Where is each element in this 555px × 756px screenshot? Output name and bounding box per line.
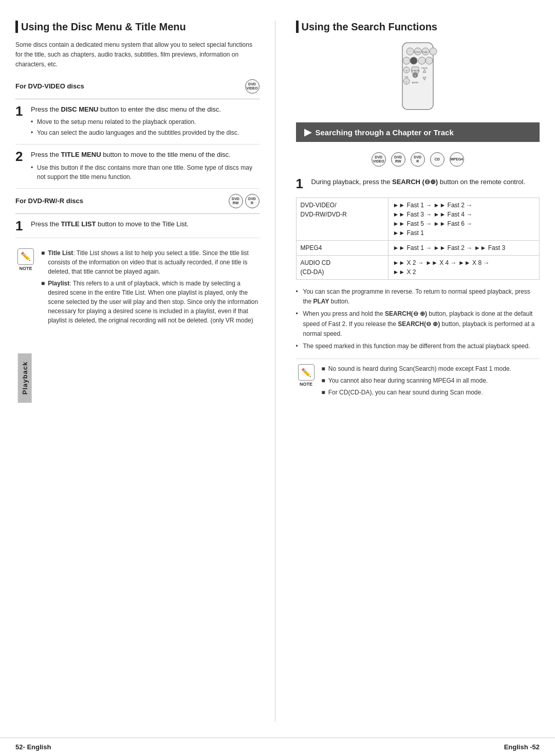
highlight-banner: ▶ Searching through a Chapter or Track (296, 122, 540, 142)
dvdrw-disc-icons: DVDRW DVDR (229, 194, 260, 208)
step3-text: Press the TITLE LIST button to move to t… (31, 219, 260, 229)
right-note-bullet2: ■ You cannot also hear during scanning M… (322, 376, 540, 385)
compat-dvd-video: DVDVIDEO (372, 152, 386, 167)
step1-bullet2: You can select the audio languages and t… (31, 128, 260, 137)
dvd-rw-icon: DVDRW (229, 194, 243, 208)
step3-block: 1 Press the TITLE LIST button to move to… (15, 219, 260, 238)
step1-content: Press the DISC MENU button to enter the … (31, 104, 260, 139)
dvd-video-icon: DVDVIDEO (245, 79, 260, 94)
svg-text:PLAY: PLAY (422, 51, 428, 53)
footer: 52- English English -52 (0, 737, 555, 756)
table-label-cd: AUDIO CD(CD-DA) (296, 256, 388, 280)
search-step1-number: 1 (296, 177, 306, 190)
step2-text: Press the TITLE MENU button to move to t… (31, 150, 260, 160)
search-step1-content: During playback, press the SEARCH (⊖⊕) b… (311, 177, 540, 190)
note-content-left: ■ Title List: Title List shows a list to… (41, 248, 260, 328)
step1-number: 1 (15, 104, 26, 139)
svg-point-10 (425, 57, 433, 64)
right-note-pencil-icon: ✏️ (298, 364, 314, 381)
svg-text:TV MUTE: TV MUTE (411, 69, 420, 72)
step1-bullets: Move to the setup menu related to the pl… (31, 117, 260, 137)
right-bullet1: You can scan the programme in reverse. T… (296, 287, 540, 307)
svg-text:AUDIO: AUDIO (412, 81, 418, 84)
step2-number: 2 (15, 150, 26, 183)
step2-bullets: Use this button if the disc contains mor… (31, 163, 260, 182)
note-block-left: ✏️ NOTE ■ Title List: Title List shows a… (15, 243, 260, 333)
compat-dvd-r: DVDR (411, 152, 425, 167)
svg-point-4 (430, 48, 437, 55)
dvd-video-disc-icons: DVDVIDEO (245, 79, 260, 94)
search-step1-text: During playback, press the SEARCH (⊖⊕) b… (311, 177, 540, 187)
svg-text:−: − (405, 80, 408, 83)
svg-text:×: × (414, 74, 416, 77)
table-row-cd: AUDIO CD(CD-DA) ►► X 2 → ►► X 4 → ►► X 8… (296, 256, 540, 280)
footer-left: 52- English (15, 743, 51, 751)
table-row-mpeg4: MPEG4 ►► Fast 1 → ►► Fast 2 → ►► Fast 3 (296, 241, 540, 256)
step2-bullet1: Use this button if the disc contains mor… (31, 163, 260, 182)
compatible-discs: DVDVIDEO DVDRW DVDR CD MPEG4 (296, 152, 540, 167)
right-column: Using the Search Functions STOP PLAY (291, 21, 540, 722)
note-playlist-bullet: ■ Playlist: This refers to a unit of pla… (41, 279, 260, 325)
table-values-cd: ►► X 2 → ►► X 4 → ►► X 8 → ►► X 2 (388, 256, 540, 280)
search-table: DVD-VIDEO/DVD-RW/DVD-R ►► Fast 1 → ►► Fa… (296, 197, 540, 280)
step1-text: Press the DISC MENU button to enter the … (31, 104, 260, 115)
svg-point-7 (403, 57, 410, 64)
search-step1-block: 1 During playback, press the SEARCH (⊖⊕)… (296, 177, 540, 190)
svg-point-8 (410, 57, 417, 64)
svg-point-1 (406, 48, 414, 55)
right-section-title: Using the Search Functions (296, 21, 540, 33)
divider1 (15, 99, 260, 99)
remote-control-svg: STOP PLAY + TV MUTE VOL (387, 40, 449, 112)
remote-image-area: STOP PLAY + TV MUTE VOL (296, 40, 540, 112)
title-bar-left (15, 21, 18, 33)
right-note-icon-wrap: ✏️ NOTE (296, 364, 317, 400)
compat-dvd-rw: DVDRW (391, 152, 405, 167)
divider2 (15, 213, 260, 214)
right-note-label: NOTE (300, 382, 312, 387)
right-bullets: You can scan the programme in reverse. T… (296, 287, 540, 351)
table-row-dvd: DVD-VIDEO/DVD-RW/DVD-R ►► Fast 1 → ►► Fa… (296, 198, 540, 241)
step1-bullet1: Move to the setup menu related to the pl… (31, 117, 260, 127)
svg-text:+: + (405, 69, 408, 72)
subsection-dvd-video: For DVD-VIDEO discs DVDVIDEO (15, 79, 260, 94)
step1-block: 1 Press the DISC MENU button to enter th… (15, 104, 260, 145)
left-section-title: Using the Disc Menu & Title Menu (15, 21, 260, 33)
title-bar-right (296, 21, 299, 33)
step2-block: 2 Press the TITLE MENU button to move to… (15, 150, 260, 189)
table-label-mpeg4: MPEG4 (296, 241, 388, 256)
note-label: NOTE (19, 266, 32, 271)
banner-arrow: ▶ (304, 127, 311, 138)
right-note-bullet3: ■ For CD(CD-DA), you can hear sound duri… (322, 388, 540, 397)
table-values-mpeg4: ►► Fast 1 → ►► Fast 2 → ►► Fast 3 (388, 241, 540, 256)
playback-sidebar: Playback (18, 353, 32, 403)
step2-content: Press the TITLE MENU button to move to t… (31, 150, 260, 183)
compat-mpeg4: MPEG4 (450, 152, 464, 167)
dvd-r-icon: DVDR (245, 194, 260, 208)
note-icon-wrap: ✏️ NOTE (15, 248, 36, 328)
step3-number: 1 (15, 219, 26, 232)
compat-cd: CD (430, 152, 445, 167)
right-bullet2: When you press and hold the SEARCH(⊖ ⊕) … (296, 309, 540, 339)
highlight-banner-text: Searching through a Chapter or Track (316, 128, 454, 137)
table-values-dvd: ►► Fast 1 → ►► Fast 2 → ►► Fast 3 → ►► F… (388, 198, 540, 241)
right-note-bullet1: ■ No sound is heard during Scan(Search) … (322, 364, 540, 373)
right-note-block: ✏️ NOTE ■ No sound is heard during Scan(… (296, 358, 540, 400)
right-bullet3: The speed marked in this function may be… (296, 341, 540, 351)
step3-content: Press the TITLE LIST button to move to t… (31, 219, 260, 232)
right-note-content: ■ No sound is heard during Scan(Search) … (322, 364, 540, 400)
footer-right: English -52 (504, 743, 540, 751)
left-column: Using the Disc Menu & Title Menu Some di… (15, 21, 275, 722)
note-pencil-icon: ✏️ (17, 248, 34, 265)
note-title-list-bullet: ■ Title List: Title List shows a list to… (41, 248, 260, 276)
subsection-dvdrw: For DVD-RW/-R discs DVDRW DVDR (15, 194, 260, 208)
table-label-dvd: DVD-VIDEO/DVD-RW/DVD-R (296, 198, 388, 241)
svg-point-9 (418, 57, 425, 64)
intro-text: Some discs contain a dedicated menu syst… (15, 40, 260, 70)
svg-text:VOL: VOL (404, 76, 409, 78)
svg-text:STOP: STOP (414, 51, 420, 53)
